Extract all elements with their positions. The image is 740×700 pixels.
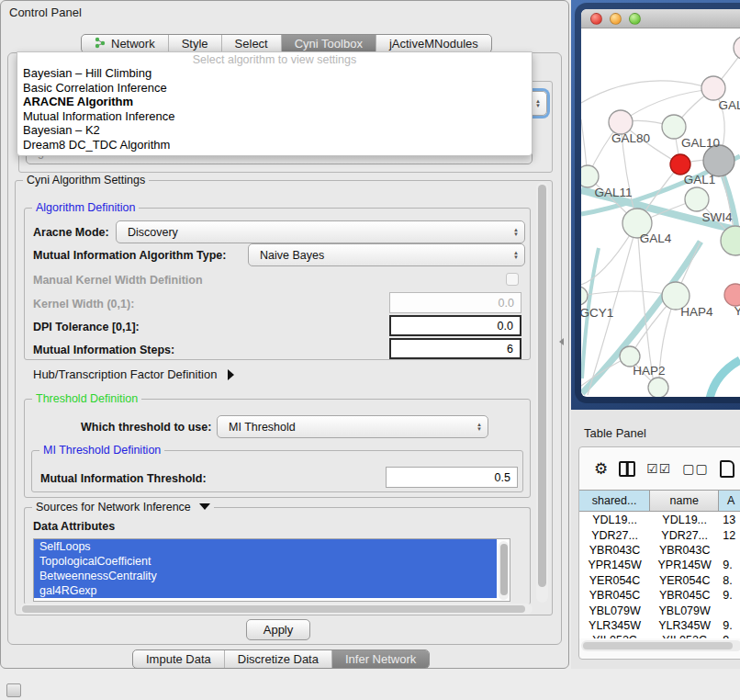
- manual-kernel-checkbox[interactable]: [506, 273, 519, 286]
- network-canvas[interactable]: GAL80 GAL10 GAL1 GAL11 GAL4 SWI4 GCY1 HA…: [581, 28, 740, 397]
- dpi-tolerance-value: 0.0: [498, 320, 513, 333]
- tab-impute-data[interactable]: Impute Data: [133, 650, 225, 668]
- tab-network-label: Network: [111, 37, 155, 51]
- expand-right-icon: [228, 369, 234, 380]
- column-header-partial[interactable]: A: [719, 491, 740, 511]
- cell: YER054C: [650, 573, 719, 588]
- zoom-traffic-light-icon[interactable]: [629, 13, 641, 25]
- dropdown-item[interactable]: Dream8 DC_TDC Algorithm: [17, 138, 532, 152]
- cell: YIL052C: [650, 633, 719, 638]
- kernel-width-label: Kernel Width (0,1):: [33, 298, 134, 310]
- node-gray[interactable]: [703, 145, 734, 176]
- tab-network[interactable]: Network: [82, 35, 169, 52]
- close-traffic-light-icon[interactable]: [590, 13, 602, 25]
- hub-definition-toggle[interactable]: Hub/Transcription Factor Definition: [33, 367, 234, 381]
- attribute-item[interactable]: TopologicalCoefficient: [34, 554, 497, 569]
- node-gcy1[interactable]: [581, 287, 588, 305]
- cell: 9.: [719, 588, 740, 603]
- aracne-mode-value: Discovery: [128, 226, 178, 239]
- table-rows: YDL19...YDL19...13 YDR27...YDR27...12 YB…: [579, 513, 740, 638]
- node-gal1[interactable]: [670, 154, 690, 175]
- table-row[interactable]: YBR045CYBR045C9.: [579, 588, 740, 603]
- table-row[interactable]: YIL052CYIL052C9.: [579, 633, 740, 638]
- combo-stepper-icon: ▲▼: [477, 423, 482, 432]
- unchecked-columns-icon[interactable]: ▢▢: [682, 461, 708, 476]
- cell: 9.: [719, 558, 740, 572]
- column-header-name[interactable]: name: [650, 491, 719, 511]
- table-row[interactable]: YPR145WYPR145W9.: [579, 558, 740, 572]
- aracne-mode-combobox[interactable]: Discovery ▲▼: [116, 220, 525, 243]
- control-panel-tabs: Network Style Select Cyni Toolbox jActiv…: [81, 34, 492, 53]
- dropdown-item[interactable]: Bayesian – K2: [17, 123, 532, 138]
- table-row[interactable]: YDL19...YDL19...13: [579, 513, 740, 527]
- kernel-width-field[interactable]: 0.0: [389, 292, 521, 313]
- dropdown-item[interactable]: Bayesian – Hill Climbing: [17, 66, 532, 81]
- mi-type-combobox[interactable]: Naive Bayes ▲▼: [248, 243, 525, 266]
- manual-kernel-label: Manual Kernel Width Definition: [33, 274, 203, 287]
- settings-vertical-thumb[interactable]: [538, 185, 546, 587]
- attribute-item[interactable]: BetweennessCentrality: [34, 569, 497, 583]
- which-threshold-combobox[interactable]: MI Threshold ▲▼: [217, 415, 488, 438]
- table-panel-body: ⚙ ☑☑ ▢▢ shared... name A YDL19...YDL19..…: [578, 446, 740, 660]
- node-gal7[interactable]: [701, 76, 725, 100]
- tab-select-label: Select: [235, 37, 268, 51]
- tab-jactivemnodules[interactable]: jActiveMNodules: [376, 35, 491, 52]
- table-row[interactable]: YBL079WYBL079W: [579, 603, 740, 617]
- settings-group-title: Cyni Algorithm Settings: [23, 174, 149, 186]
- checked-columns-icon[interactable]: ☑☑: [646, 461, 671, 476]
- attribute-list-scroll-thumb[interactable]: [500, 544, 508, 595]
- tab-select[interactable]: Select: [222, 35, 282, 52]
- table-row[interactable]: YLR345WYLR345W9.: [579, 618, 740, 633]
- cell: YER054C: [579, 573, 650, 588]
- sources-group-title[interactable]: Sources for Network Inference: [32, 501, 214, 514]
- apply-button[interactable]: Apply: [246, 619, 310, 640]
- attribute-item[interactable]: SelfLoops: [34, 539, 497, 554]
- table-row[interactable]: YBR043CYBR043C: [579, 543, 740, 558]
- dropdown-item[interactable]: Mutual Information Inference: [17, 109, 532, 124]
- cell: [719, 543, 740, 558]
- cell: [719, 603, 740, 617]
- node-partial-topright[interactable]: [734, 36, 740, 60]
- settings-horizontal-thumb[interactable]: [22, 605, 525, 613]
- cell: YDL19...: [579, 513, 650, 527]
- collapsed-panel-icon[interactable]: [6, 683, 21, 697]
- tab-cyni-toolbox[interactable]: Cyni Toolbox: [282, 35, 376, 52]
- node-partial-bottom[interactable]: [648, 378, 668, 397]
- mi-threshold-value: 0.5: [495, 471, 510, 484]
- table-horizontal-scrollbar[interactable]: [581, 640, 740, 651]
- tab-impute-data-label: Impute Data: [146, 652, 211, 666]
- gear-icon[interactable]: ⚙: [594, 459, 608, 479]
- mi-steps-field[interactable]: 6: [389, 338, 521, 359]
- column-header-shared[interactable]: shared...: [579, 491, 650, 511]
- attribute-list-scrollbar[interactable]: [499, 541, 509, 600]
- which-threshold-value: MI Threshold: [229, 421, 296, 434]
- table-row[interactable]: YER054CYER054C8.: [579, 573, 740, 588]
- settings-vertical-scrollbar[interactable]: [536, 182, 548, 603]
- tab-jactivemnodules-label: jActiveMNodules: [389, 37, 478, 51]
- dropdown-item[interactable]: Basic Correlation Inference: [17, 81, 532, 96]
- table-row[interactable]: YDR27...YDR27...12: [579, 527, 740, 542]
- tab-style[interactable]: Style: [169, 35, 222, 52]
- tab-style-label: Style: [182, 37, 208, 51]
- node-gal11[interactable]: [581, 165, 599, 187]
- document-icon[interactable]: [720, 460, 734, 478]
- dpi-tolerance-field[interactable]: 0.0: [389, 315, 521, 336]
- mi-threshold-field[interactable]: 0.5: [386, 467, 518, 488]
- settings-horizontal-scrollbar[interactable]: [20, 604, 533, 615]
- data-attributes-list[interactable]: SelfLoops TopologicalCoefficient Between…: [33, 538, 510, 602]
- node-swi4[interactable]: [685, 187, 709, 211]
- control-panel-title: Control Panel: [9, 6, 82, 19]
- dropdown-prompt: Select algorithm to view settings: [17, 52, 532, 66]
- tab-infer-network[interactable]: Infer Network: [332, 650, 429, 668]
- cell: YBL079W: [579, 603, 650, 617]
- split-pane-collapse-icon[interactable]: [559, 338, 564, 345]
- attribute-item[interactable]: gal4RGexp: [34, 583, 497, 598]
- dropdown-item-selected[interactable]: ARACNE Algorithm: [17, 95, 532, 109]
- table-horizontal-thumb[interactable]: [583, 642, 733, 649]
- node-salmon[interactable]: [724, 284, 740, 306]
- kernel-width-value: 0.0: [499, 297, 514, 310]
- tab-discretize-data[interactable]: Discretize Data: [225, 650, 332, 668]
- columns-icon[interactable]: [619, 461, 635, 477]
- cell: YBR043C: [579, 543, 650, 558]
- minimize-traffic-light-icon[interactable]: [610, 13, 622, 25]
